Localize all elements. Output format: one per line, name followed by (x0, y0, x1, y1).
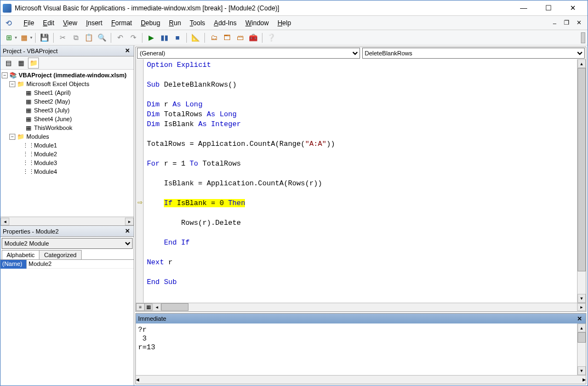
help-button[interactable]: ❔ (265, 32, 277, 44)
vscroll-thumb[interactable] (578, 68, 586, 271)
imm-scroll-right-button[interactable]: ▸ (583, 376, 586, 384)
full-module-view-button[interactable]: ▦ (144, 303, 153, 311)
undo-button[interactable]: ↶ (114, 32, 126, 44)
titlebar: Microsoft Visual Basic for Applications … (1, 1, 587, 16)
properties-window-button[interactable]: 🗔 (221, 32, 233, 44)
object-combo[interactable]: (General) (137, 48, 360, 59)
menu-edit[interactable]: Edit (38, 18, 59, 28)
menu-help[interactable]: Help (273, 18, 295, 28)
save-button[interactable]: 💾 (38, 32, 50, 44)
immediate-header: Immediate ✕ (136, 314, 586, 323)
tree-sheet-2[interactable]: ▦Sheet3 (July) (2, 106, 133, 115)
mdi-restore-button[interactable]: ❐ (561, 18, 572, 29)
design-mode-button[interactable]: 📐 (190, 32, 202, 44)
scroll-down-button[interactable]: ▾ (578, 294, 586, 303)
mdi-minimize-button[interactable]: – (549, 18, 560, 29)
tree-sheet-1[interactable]: ▦Sheet2 (May) (2, 97, 133, 106)
menu-tools[interactable]: Tools (185, 18, 209, 28)
menu-window[interactable]: Window (241, 18, 273, 28)
object-browser-button[interactable]: 🗃 (234, 32, 246, 44)
property-name-value[interactable]: Module2 (27, 260, 134, 269)
menu-run[interactable]: Run (164, 18, 185, 28)
code-editor[interactable]: Option Explicit Sub DeleteBlankRows() Di… (144, 59, 577, 303)
imm-scroll-up-button[interactable]: ▴ (578, 323, 586, 332)
view-excel-button[interactable]: ⊞ (3, 32, 15, 44)
immediate-vscrollbar[interactable]: ▴ ▾ (577, 323, 586, 375)
tree-module-3[interactable]: ⋮⋮Module4 (2, 167, 133, 176)
tree-modules[interactable]: −📁Modules (2, 132, 133, 141)
properties-panel-title: Properties - Module2 (3, 228, 59, 235)
toolbar-grip[interactable] (581, 32, 585, 43)
menubar: ⟲ FileEditViewInsertFormatDebugRunToolsA… (1, 16, 587, 30)
hscroll-thumb[interactable] (161, 303, 189, 311)
menu-format[interactable]: Format (107, 18, 136, 28)
properties-panel-close-button[interactable]: ✕ (123, 227, 132, 236)
project-hscrollbar[interactable]: ◂ ▸ (1, 217, 134, 225)
tree-sheet-0[interactable]: ▦Sheet1 (April) (2, 88, 133, 97)
tree-vbaproject[interactable]: −📚VBAProject (immediate-window.xlsm) (2, 71, 133, 80)
tree-module-2[interactable]: ⋮⋮Module3 (2, 158, 133, 167)
tree-module-0[interactable]: ⋮⋮Module1 (2, 141, 133, 150)
toggle-folders-button[interactable]: 📁 (28, 58, 39, 69)
immediate-title: Immediate (138, 315, 166, 322)
immediate-input[interactable]: ?r 3 r=13 (136, 323, 577, 375)
window-title: Microsoft Visual Basic for Applications … (15, 4, 511, 12)
copy-button[interactable]: ⧉ (70, 32, 82, 44)
properties-grid[interactable]: (Name) Module2 (1, 259, 134, 385)
toolbar: ⊞▾ ▦▾ 💾 ✂ ⧉ 📋 🔍 ↶ ↷ ▶ ▮▮ ■ 📐 🗂 🗔 🗃 🧰 ❔ (1, 30, 587, 46)
code-margin[interactable]: ⇨ (136, 59, 144, 303)
menu-insert[interactable]: Insert (82, 18, 107, 28)
project-tree[interactable]: −📚VBAProject (immediate-window.xlsm)−📁Mi… (1, 70, 134, 217)
code-vscrollbar[interactable]: ▴ ▾ (577, 59, 586, 303)
app-icon (3, 4, 12, 13)
execution-pointer-icon: ⇨ (136, 198, 144, 206)
code-hscrollbar[interactable]: ≡ ▦ ◂ ▸ (136, 303, 586, 311)
maximize-button[interactable]: ☐ (536, 1, 561, 15)
project-panel-close-button[interactable]: ✕ (123, 47, 132, 55)
project-panel-title: Project - VBAProject (3, 48, 58, 54)
project-explorer-button[interactable]: 🗂 (208, 32, 220, 44)
tree-module-1[interactable]: ⋮⋮Module2 (2, 150, 133, 158)
project-panel-header: Project - VBAProject ✕ (1, 46, 134, 56)
immediate-hscrollbar[interactable]: ◂ ▸ (136, 375, 586, 384)
tree-excel-objects[interactable]: −📁Microsoft Excel Objects (2, 80, 133, 88)
menu-debug[interactable]: Debug (136, 18, 164, 28)
imm-scroll-down-button[interactable]: ▾ (578, 366, 586, 375)
scroll-right-button[interactable]: ▸ (125, 218, 134, 225)
scroll-up-button[interactable]: ▴ (578, 59, 586, 68)
code-scroll-right-button[interactable]: ▸ (577, 303, 586, 311)
procedure-combo[interactable]: DeleteBlankRows (362, 48, 585, 59)
reset-button[interactable]: ■ (172, 32, 184, 44)
tree-sheet-4[interactable]: ▦ThisWorkbook (2, 123, 133, 132)
scroll-left-button[interactable]: ◂ (1, 218, 9, 225)
tab-alphabetic[interactable]: Alphabetic (2, 250, 39, 259)
properties-object-combo[interactable]: Module2 Module (2, 238, 133, 249)
menu-view[interactable]: View (59, 18, 82, 28)
procedure-view-button[interactable]: ≡ (136, 303, 145, 311)
minimize-button[interactable]: — (511, 1, 536, 15)
tree-sheet-3[interactable]: ▦Sheet4 (June) (2, 115, 133, 123)
mdi-close-button[interactable]: ✕ (573, 18, 584, 29)
paste-button[interactable]: 📋 (83, 32, 95, 44)
insert-button[interactable]: ▦ (18, 32, 30, 44)
close-button[interactable]: ✕ (561, 1, 585, 15)
redo-button[interactable]: ↷ (127, 32, 139, 44)
find-button[interactable]: 🔍 (96, 32, 108, 44)
imm-vscroll-thumb[interactable] (578, 332, 586, 343)
view-object-button[interactable]: ▦ (15, 58, 26, 69)
view-code-button[interactable]: ▤ (3, 58, 14, 69)
immediate-close-button[interactable]: ✕ (575, 314, 584, 323)
property-name-label: (Name) (1, 260, 27, 269)
cut-button[interactable]: ✂ (56, 32, 68, 44)
properties-panel-header: Properties - Module2 ✕ (1, 226, 134, 237)
tab-categorized[interactable]: Categorized (39, 250, 81, 259)
menu-add-ins[interactable]: Add-Ins (209, 18, 241, 28)
code-scroll-left-button[interactable]: ◂ (152, 303, 161, 311)
break-button[interactable]: ▮▮ (158, 32, 170, 44)
vba-icon: ⟲ (4, 18, 14, 28)
toolbox-button[interactable]: 🧰 (247, 32, 259, 44)
run-button[interactable]: ▶ (145, 32, 157, 44)
menu-file[interactable]: File (19, 18, 38, 28)
